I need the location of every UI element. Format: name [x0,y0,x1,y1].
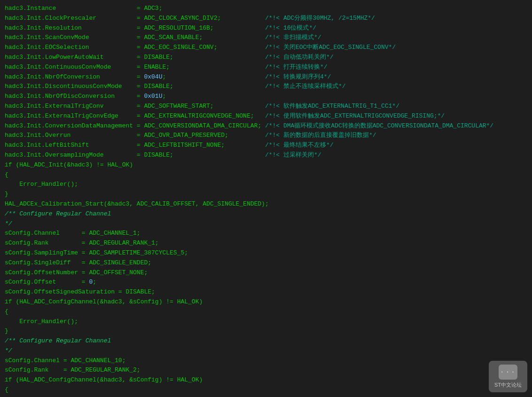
code-line: Error_Handler(); [5,180,527,190]
forum-icon [499,365,517,380]
code-line: hadc3.Init.DiscontinuousConvMode = DISAB… [5,82,527,92]
code-line: hadc3.Instance = ADC3; [5,4,527,14]
code-line: hadc3.Init.Overrun = ADC_OVR_DATA_PRESER… [5,131,527,141]
code-line: { [5,170,527,180]
code-line: hadc3.Init.Resolution = ADC_RESOLUTION_1… [5,24,527,33]
code-line: hadc3.Init.LeftBitShift = ADC_LEFTBITSHI… [5,141,527,151]
code-line: if (HAL_ADC_ConfigChannel(&hadc3, &sConf… [5,375,527,385]
code-line: sConfig.Offset = 0; [5,278,527,287]
code-line: sConfig.Rank = ADC_REGULAR_RANK_1; [5,238,527,248]
code-line: sConfig.OffsetSignedSaturation = DISABLE… [5,287,527,297]
code-line: sConfig.Rank = ADC_REGULAR_RANK_2; [5,365,527,375]
code-line: Error_Handler(); [5,317,527,327]
code-line: } [5,326,527,336]
code-line: } [5,190,527,199]
code-line: if (HAL_ADC_ConfigChannel(&hadc3, &sConf… [5,297,527,307]
code-line: hadc3.Init.ExternalTrigConvEdge = ADC_EX… [5,111,527,121]
code-line: { [5,307,527,317]
code-line: hadc3.Init.NbrOfConversion = 0x04U; /*!<… [5,72,527,82]
code-line: hadc3.Init.LowPowerAutoWait = DISABLE; /… [5,53,527,63]
code-line: hadc3.Init.OversamplingMode = DISABLE; /… [5,151,527,160]
code-line: sConfig.SamplingTime = ADC_SAMPLETIME_38… [5,248,527,258]
code-line: */ [5,219,527,229]
code-line: hadc3.Init.EOCSelection = ADC_EOC_SINGLE… [5,43,527,53]
code-line: if (HAL_ADC_Init(&hadc3) != HAL_OK) [5,160,527,170]
code-line: HAL_ADCEx_Calibration_Start(&hadc3, ADC_… [5,199,527,209]
code-line: /** Configure Regular Channel [5,209,527,219]
code-line: hadc3.Init.ExternalTrigConv = ADC_SOFTWA… [5,102,527,111]
code-line: hadc3.Init.ConversionDataManagement = AD… [5,121,527,131]
code-line: { [5,385,527,395]
code-line: hadc3.Init.ContinuousConvMode = ENABLE; … [5,63,527,72]
code-line: */ [5,346,527,356]
code-line: sConfig.SingleDiff = ADC_SINGLE_ENDED; [5,258,527,268]
code-editor: hadc3.Instance = ADC3;hadc3.Init.ClockPr… [0,0,532,397]
code-line: hadc3.Init.ScanConvMode = ADC_SCAN_ENABL… [5,33,527,43]
code-line: sConfig.Channel = ADC_CHANNEL_1; [5,229,527,238]
code-line: Error_Handler(); [5,395,527,397]
code-line: sConfig.OffsetNumber = ADC_OFFSET_NONE; [5,268,527,278]
code-line: hadc3.Init.NbrOfDiscConversion = 0x01U; [5,92,527,102]
code-line: sConfig.Channel = ADC_CHANNEL_10; [5,356,527,366]
forum-label: ST中文论坛 [494,381,522,389]
code-line: /** Configure Regular Channel [5,336,527,346]
forum-button[interactable]: ST中文论坛 [489,361,527,392]
code-line: hadc3.Init.ClockPrescaler = ADC_CLOCK_AS… [5,14,527,24]
